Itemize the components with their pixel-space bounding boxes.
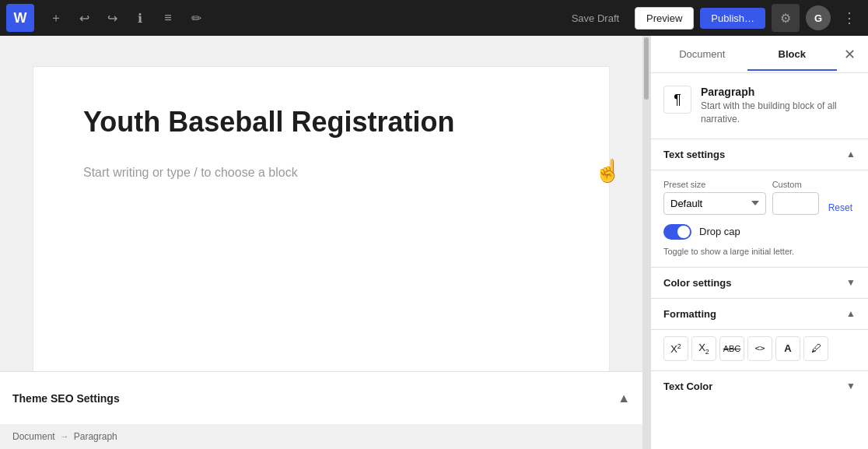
editor-scroll[interactable]: Youth Baseball Registration Start writin… <box>0 36 642 371</box>
drop-cap-row: Drop cap <box>663 224 856 240</box>
user-avatar[interactable]: G <box>806 5 831 30</box>
toolbar-right: Save Draft Preview Publish… ⚙ G ⋮ <box>562 4 862 32</box>
formatting-icons: X2 X2 ABC <> A 🖊 <box>651 330 868 371</box>
preview-button[interactable]: Preview <box>635 7 694 30</box>
text-settings-header[interactable]: Text settings ▲ <box>651 139 868 170</box>
theme-seo-title: Theme SEO Settings <box>12 392 618 405</box>
breadcrumb: Document → Paragraph <box>0 424 642 449</box>
theme-seo-bar: Theme SEO Settings ▲ <box>0 371 642 424</box>
preset-size-label: Preset size <box>663 180 766 189</box>
drop-cap-label: Drop cap <box>699 226 740 237</box>
block-info: ¶ Paragraph Start with the building bloc… <box>651 73 868 139</box>
color-settings-chevron-icon: ▼ <box>846 277 856 288</box>
preset-col: Preset size Default <box>663 180 766 215</box>
block-info-text: Paragraph Start with the building block … <box>701 86 856 126</box>
details-button[interactable]: ℹ <box>128 5 152 30</box>
formatting-label: Formatting <box>663 308 716 320</box>
inline-code-button[interactable]: <> <box>747 336 772 361</box>
publish-button[interactable]: Publish… <box>700 8 765 29</box>
text-settings-content: Preset size Default Custom Reset Drop ca… <box>651 170 868 268</box>
theme-seo-expand-button[interactable]: ▲ <box>618 391 630 405</box>
toolbar: W ＋ ↩ ↪ ℹ ≡ ✏ Save Draft Preview Publish… <box>0 0 868 36</box>
text-color-label: Text Color <box>663 381 712 392</box>
block-title: Paragraph <box>701 86 856 98</box>
color-settings-label: Color settings <box>663 277 731 289</box>
more-options-button[interactable]: ⋮ <box>837 5 862 30</box>
theme-seo-left: Theme SEO Settings <box>12 392 618 405</box>
text-settings-chevron-icon: ▲ <box>846 149 856 160</box>
breadcrumb-paragraph: Paragraph <box>74 431 117 442</box>
toggle-thumb <box>677 226 690 238</box>
preset-size-row: Preset size Default Custom Reset <box>663 180 856 215</box>
superscript-button[interactable]: X2 <box>663 336 688 361</box>
custom-label: Custom <box>772 180 819 189</box>
strikethrough-button[interactable]: ABC <box>719 336 744 361</box>
list-view-button[interactable]: ≡ <box>156 5 180 30</box>
custom-size-input[interactable] <box>772 192 819 215</box>
cursor-icon: ☝ <box>594 158 621 184</box>
editor-scrollbar[interactable] <box>642 36 650 449</box>
scrollbar-thumb[interactable] <box>644 37 649 100</box>
panel-close-button[interactable]: ✕ <box>837 42 862 67</box>
main-area: Youth Baseball Registration Start writin… <box>0 36 868 449</box>
text-settings-label: Text settings <box>663 149 725 160</box>
breadcrumb-separator: → <box>60 431 69 442</box>
paragraph-icon: ¶ <box>663 86 691 114</box>
text-color-header[interactable]: Text Color ▼ <box>651 371 868 402</box>
editor-content: Youth Baseball Registration Start writin… <box>33 67 609 371</box>
page-title[interactable]: Youth Baseball Registration <box>83 104 559 141</box>
preset-size-select[interactable]: Default <box>663 192 766 215</box>
right-panel: Document Block ✕ ¶ Paragraph Start with … <box>650 36 868 449</box>
block-description: Start with the building block of all nar… <box>701 100 856 126</box>
editor-area: Youth Baseball Registration Start writin… <box>0 36 642 449</box>
formatting-header[interactable]: Formatting ▲ <box>651 299 868 330</box>
text-color-chevron-icon: ▼ <box>846 381 856 391</box>
subscript-button[interactable]: X2 <box>691 336 716 361</box>
tab-document[interactable]: Document <box>657 39 747 71</box>
drop-cap-toggle[interactable] <box>663 224 691 240</box>
toolbar-left: W ＋ ↩ ↪ ℹ ≡ ✏ <box>6 4 559 32</box>
highlight-button[interactable]: 🖊 <box>803 336 828 361</box>
formatting-chevron-icon: ▲ <box>846 308 856 319</box>
wp-logo[interactable]: W <box>6 4 34 32</box>
settings-button[interactable]: ⚙ <box>772 4 800 32</box>
text-color-button[interactable]: A <box>775 336 800 361</box>
save-draft-button[interactable]: Save Draft <box>562 8 628 29</box>
reset-button[interactable]: Reset <box>825 201 856 215</box>
color-settings-header[interactable]: Color settings ▼ <box>651 268 868 299</box>
redo-button[interactable]: ↪ <box>100 5 124 30</box>
breadcrumb-document: Document <box>12 431 55 442</box>
add-block-button[interactable]: ＋ <box>44 5 68 30</box>
tab-block[interactable]: Block <box>747 39 838 71</box>
block-placeholder[interactable]: Start writing or type / to choose a bloc… <box>83 166 559 180</box>
panel-header: Document Block ✕ <box>651 36 868 73</box>
drop-cap-description: Toggle to show a large initial letter. <box>663 246 856 258</box>
custom-col: Custom <box>772 180 819 215</box>
tools-button[interactable]: ✏ <box>184 5 208 30</box>
undo-button[interactable]: ↩ <box>72 5 96 30</box>
